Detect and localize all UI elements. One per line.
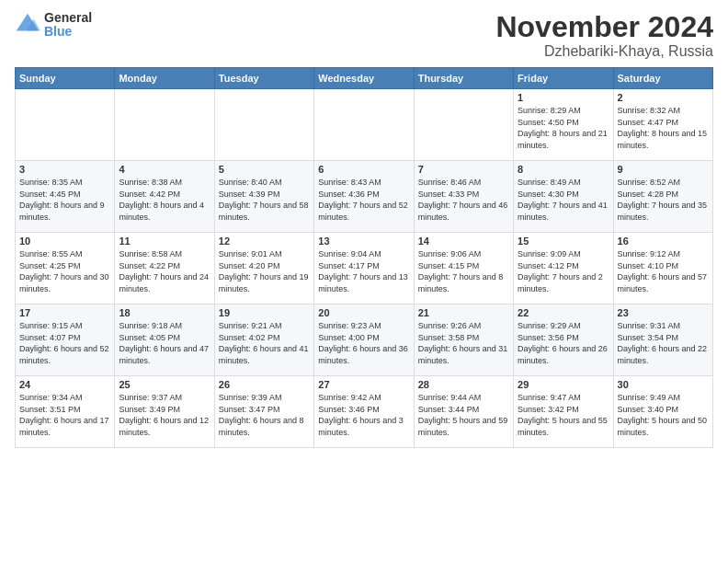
calendar-cell-w2-d0: 3Sunrise: 8:35 AM Sunset: 4:45 PM Daylig… <box>16 161 115 233</box>
calendar-cell-w1-d1 <box>115 89 214 161</box>
week-row-4: 17Sunrise: 9:15 AM Sunset: 4:07 PM Dayli… <box>16 304 713 376</box>
day-number: 15 <box>518 236 609 247</box>
day-info: Sunrise: 9:21 AM Sunset: 4:02 PM Dayligh… <box>219 320 310 366</box>
day-info: Sunrise: 8:52 AM Sunset: 4:28 PM Dayligh… <box>618 177 709 223</box>
day-number: 26 <box>219 379 310 390</box>
calendar-cell-w5-d4: 28Sunrise: 9:44 AM Sunset: 3:44 PM Dayli… <box>414 376 513 448</box>
day-info: Sunrise: 9:09 AM Sunset: 4:12 PM Dayligh… <box>518 248 609 294</box>
col-friday: Friday <box>514 68 613 89</box>
day-number: 28 <box>418 379 509 390</box>
page-container: General Blue November 2024 Dzhebariki-Kh… <box>0 0 728 455</box>
calendar-cell-w5-d3: 27Sunrise: 9:42 AM Sunset: 3:46 PM Dayli… <box>314 376 414 448</box>
location: Dzhebariki-Khaya, Russia <box>495 43 713 60</box>
day-info: Sunrise: 9:37 AM Sunset: 3:49 PM Dayligh… <box>119 392 210 438</box>
day-info: Sunrise: 8:29 AM Sunset: 4:50 PM Dayligh… <box>518 105 609 151</box>
col-monday: Monday <box>115 68 214 89</box>
week-row-3: 10Sunrise: 8:55 AM Sunset: 4:25 PM Dayli… <box>16 233 713 304</box>
day-info: Sunrise: 9:18 AM Sunset: 4:05 PM Dayligh… <box>119 320 210 366</box>
day-info: Sunrise: 8:32 AM Sunset: 4:47 PM Dayligh… <box>618 105 709 151</box>
logo-icon <box>15 12 40 38</box>
calendar-cell-w3-d1: 11Sunrise: 8:58 AM Sunset: 4:22 PM Dayli… <box>115 233 214 304</box>
calendar-cell-w3-d2: 12Sunrise: 9:01 AM Sunset: 4:20 PM Dayli… <box>214 233 313 304</box>
calendar-cell-w5-d1: 25Sunrise: 9:37 AM Sunset: 3:49 PM Dayli… <box>115 376 214 448</box>
day-number: 14 <box>418 236 509 247</box>
day-number: 29 <box>518 379 609 390</box>
day-number: 9 <box>618 164 709 175</box>
logo-general-text: General <box>44 11 92 25</box>
day-number: 17 <box>19 307 110 318</box>
calendar-cell-w1-d6: 2Sunrise: 8:32 AM Sunset: 4:47 PM Daylig… <box>613 89 712 161</box>
day-number: 21 <box>418 307 509 318</box>
logo: General Blue <box>15 11 92 40</box>
day-number: 11 <box>119 236 210 247</box>
day-number: 8 <box>518 164 609 175</box>
calendar-cell-w2-d6: 9Sunrise: 8:52 AM Sunset: 4:28 PM Daylig… <box>613 161 712 233</box>
day-number: 7 <box>418 164 509 175</box>
calendar-cell-w3-d0: 10Sunrise: 8:55 AM Sunset: 4:25 PM Dayli… <box>16 233 115 304</box>
calendar-cell-w2-d4: 7Sunrise: 8:46 AM Sunset: 4:33 PM Daylig… <box>414 161 513 233</box>
calendar-cell-w4-d2: 19Sunrise: 9:21 AM Sunset: 4:02 PM Dayli… <box>214 304 313 376</box>
day-number: 12 <box>219 236 310 247</box>
day-info: Sunrise: 9:31 AM Sunset: 3:54 PM Dayligh… <box>618 320 709 366</box>
day-number: 5 <box>219 164 310 175</box>
month-title: November 2024 <box>495 11 713 43</box>
calendar-cell-w3-d4: 14Sunrise: 9:06 AM Sunset: 4:15 PM Dayli… <box>414 233 513 304</box>
header: General Blue November 2024 Dzhebariki-Kh… <box>15 11 713 60</box>
day-info: Sunrise: 8:43 AM Sunset: 4:36 PM Dayligh… <box>318 177 409 223</box>
day-info: Sunrise: 9:39 AM Sunset: 3:47 PM Dayligh… <box>219 392 310 438</box>
calendar-cell-w2-d3: 6Sunrise: 8:43 AM Sunset: 4:36 PM Daylig… <box>314 161 414 233</box>
day-number: 20 <box>318 307 409 318</box>
calendar-cell-w4-d1: 18Sunrise: 9:18 AM Sunset: 4:05 PM Dayli… <box>115 304 214 376</box>
day-number: 13 <box>318 236 409 247</box>
day-info: Sunrise: 9:44 AM Sunset: 3:44 PM Dayligh… <box>418 392 509 438</box>
calendar-cell-w5-d0: 24Sunrise: 9:34 AM Sunset: 3:51 PM Dayli… <box>16 376 115 448</box>
calendar-cell-w3-d5: 15Sunrise: 9:09 AM Sunset: 4:12 PM Dayli… <box>514 233 613 304</box>
calendar-cell-w1-d5: 1Sunrise: 8:29 AM Sunset: 4:50 PM Daylig… <box>514 89 613 161</box>
day-info: Sunrise: 9:01 AM Sunset: 4:20 PM Dayligh… <box>219 248 310 294</box>
calendar-cell-w2-d2: 5Sunrise: 8:40 AM Sunset: 4:39 PM Daylig… <box>214 161 313 233</box>
calendar-cell-w4-d3: 20Sunrise: 9:23 AM Sunset: 4:00 PM Dayli… <box>314 304 414 376</box>
day-info: Sunrise: 9:47 AM Sunset: 3:42 PM Dayligh… <box>518 392 609 438</box>
calendar-cell-w4-d4: 21Sunrise: 9:26 AM Sunset: 3:58 PM Dayli… <box>414 304 513 376</box>
day-info: Sunrise: 9:34 AM Sunset: 3:51 PM Dayligh… <box>19 392 110 438</box>
calendar-cell-w4-d5: 22Sunrise: 9:29 AM Sunset: 3:56 PM Dayli… <box>514 304 613 376</box>
day-info: Sunrise: 9:49 AM Sunset: 3:40 PM Dayligh… <box>618 392 709 438</box>
day-info: Sunrise: 9:15 AM Sunset: 4:07 PM Dayligh… <box>19 320 110 366</box>
calendar-cell-w5-d2: 26Sunrise: 9:39 AM Sunset: 3:47 PM Dayli… <box>214 376 313 448</box>
calendar-cell-w4-d0: 17Sunrise: 9:15 AM Sunset: 4:07 PM Dayli… <box>16 304 115 376</box>
calendar-cell-w2-d1: 4Sunrise: 8:38 AM Sunset: 4:42 PM Daylig… <box>115 161 214 233</box>
day-number: 23 <box>618 307 709 318</box>
calendar-cell-w1-d2 <box>214 89 313 161</box>
calendar-cell-w1-d0 <box>16 89 115 161</box>
day-number: 6 <box>318 164 409 175</box>
calendar-cell-w1-d4 <box>414 89 513 161</box>
day-info: Sunrise: 9:12 AM Sunset: 4:10 PM Dayligh… <box>618 248 709 294</box>
day-number: 16 <box>618 236 709 247</box>
logo-blue-text: Blue <box>44 25 92 39</box>
day-info: Sunrise: 9:06 AM Sunset: 4:15 PM Dayligh… <box>418 248 509 294</box>
day-number: 19 <box>219 307 310 318</box>
day-number: 24 <box>19 379 110 390</box>
logo-text: General Blue <box>44 11 92 40</box>
calendar-cell-w5-d5: 29Sunrise: 9:47 AM Sunset: 3:42 PM Dayli… <box>514 376 613 448</box>
calendar-table: Sunday Monday Tuesday Wednesday Thursday… <box>15 67 713 448</box>
calendar-cell-w5-d6: 30Sunrise: 9:49 AM Sunset: 3:40 PM Dayli… <box>613 376 712 448</box>
day-info: Sunrise: 9:42 AM Sunset: 3:46 PM Dayligh… <box>318 392 409 438</box>
day-number: 4 <box>119 164 210 175</box>
calendar-cell-w1-d3 <box>314 89 414 161</box>
day-info: Sunrise: 9:04 AM Sunset: 4:17 PM Dayligh… <box>318 248 409 294</box>
week-row-2: 3Sunrise: 8:35 AM Sunset: 4:45 PM Daylig… <box>16 161 713 233</box>
day-info: Sunrise: 9:26 AM Sunset: 3:58 PM Dayligh… <box>418 320 509 366</box>
col-tuesday: Tuesday <box>214 68 313 89</box>
day-info: Sunrise: 8:40 AM Sunset: 4:39 PM Dayligh… <box>219 177 310 223</box>
day-number: 27 <box>318 379 409 390</box>
calendar-cell-w4-d6: 23Sunrise: 9:31 AM Sunset: 3:54 PM Dayli… <box>613 304 712 376</box>
day-info: Sunrise: 8:58 AM Sunset: 4:22 PM Dayligh… <box>119 248 210 294</box>
calendar-cell-w2-d5: 8Sunrise: 8:49 AM Sunset: 4:30 PM Daylig… <box>514 161 613 233</box>
day-number: 2 <box>618 92 709 103</box>
day-number: 10 <box>19 236 110 247</box>
day-info: Sunrise: 8:49 AM Sunset: 4:30 PM Dayligh… <box>518 177 609 223</box>
day-info: Sunrise: 9:23 AM Sunset: 4:00 PM Dayligh… <box>318 320 409 366</box>
day-info: Sunrise: 9:29 AM Sunset: 3:56 PM Dayligh… <box>518 320 609 366</box>
calendar-cell-w3-d3: 13Sunrise: 9:04 AM Sunset: 4:17 PM Dayli… <box>314 233 414 304</box>
